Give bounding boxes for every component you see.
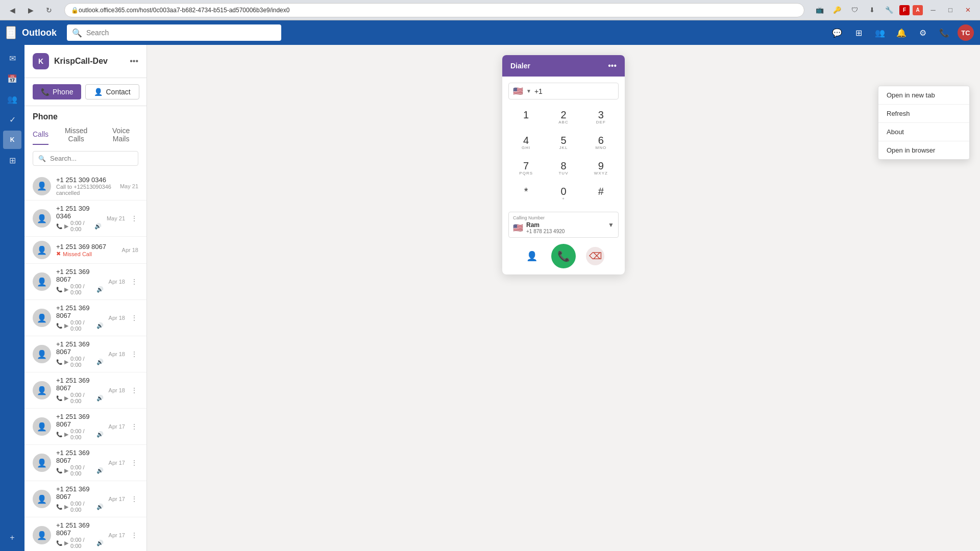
context-menu-refresh[interactable]: Refresh [878,105,969,122]
sidebar-item-mail[interactable]: ✉ [3,49,21,67]
sidebar-item-people[interactable]: 👥 [3,90,21,108]
calling-number-row[interactable]: Calling Number 🇺🇸 Ram +1 878 213 4920 ▼ [508,212,619,238]
bell-icon[interactable]: 🔔 [893,24,910,41]
call-item[interactable]: 👤 +1 251 309 0346 Call to +12513090346 c… [24,172,146,201]
chat-icon[interactable]: 💬 [829,24,845,41]
call-item[interactable]: 👤 +1 251 369 8067 📞 ▶ 0:00 / 0:00 🔊 Apr … [24,481,146,517]
volume-icon[interactable]: 🔊 [96,395,104,402]
numpad-key-6[interactable]: 6 MNO [583,131,619,155]
app-more-button[interactable]: ••• [130,57,138,66]
search-input[interactable] [86,29,276,37]
numpad-key-star[interactable]: * [508,182,544,206]
volume-icon[interactable]: 🔊 [96,540,104,546]
play-button[interactable]: ▶ [64,322,68,329]
app-grid-button[interactable]: ⊞ [6,26,16,39]
sidebar-item-apps[interactable]: ⊞ [3,151,21,169]
play-button[interactable]: ▶ [64,395,68,402]
more-options-button[interactable]: ⋮ [130,214,138,223]
sidebar-item-calendar[interactable]: 📅 [3,69,21,88]
play-button[interactable]: ▶ [64,431,68,438]
more-options-button[interactable]: ⋮ [130,494,138,504]
volume-icon[interactable]: 🔊 [94,223,102,230]
avatar: 👤 [33,209,51,228]
numpad-key-2[interactable]: 2 ABC [546,106,581,129]
tab-missed-calls[interactable]: Missed Calls [57,127,95,145]
more-options-button[interactable]: ⋮ [130,422,138,431]
sidebar-item-more[interactable]: + [3,529,21,547]
numpad-key-4[interactable]: 4 GHI [508,131,544,155]
volume-icon[interactable]: 🔊 [96,359,104,365]
call-item[interactable]: 👤 +1 251 369 8067 📞 ▶ 0:00 / 0:00 🔊 Apr … [24,336,146,372]
forward-button[interactable]: ▶ [23,3,38,17]
minimize-button[interactable]: ─ [926,3,940,17]
play-button[interactable]: ▶ [64,286,68,293]
numpad-key-1[interactable]: 1 [508,106,544,129]
more-options-button[interactable]: ⋮ [130,386,138,395]
extension-icon[interactable]: 🔧 [882,3,896,17]
play-button[interactable]: ▶ [64,223,68,230]
maximize-button[interactable]: □ [943,3,958,17]
call-search-box[interactable]: 🔍 [33,151,138,166]
security-icon[interactable]: 🛡 [847,3,862,17]
call-item[interactable]: 👤 +1 251 369 8067 📞 ▶ 0:00 / 0:00 🔊 Apr … [24,445,146,481]
country-selector[interactable]: 🇺🇸 ▼ +1 [508,83,619,99]
call-item[interactable]: 👤 +1 251 309 0346 📞 ▶ 0:00 / 0:00 🔊 May … [24,201,146,237]
add-contact-button[interactable]: 👤 [523,247,541,265]
backspace-button[interactable]: ⌫ [586,247,604,265]
play-button[interactable]: ▶ [64,359,68,365]
apps-icon[interactable]: ⊞ [850,24,867,41]
volume-icon[interactable]: 🔊 [96,431,104,438]
volume-icon[interactable]: 🔊 [96,504,104,510]
reload-button[interactable]: ↻ [42,3,56,17]
more-options-button[interactable]: ⋮ [130,349,138,359]
duration: 0:00 / 0:00 [70,220,92,232]
volume-icon[interactable]: 🔊 [96,467,104,474]
call-button[interactable]: 📞 [551,244,576,268]
numpad-key-hash[interactable]: # [583,182,619,206]
numpad-key-3[interactable]: 3 DEF [583,106,619,129]
numpad-key-8[interactable]: 8 TUV [546,157,581,180]
sidebar-item-tasks[interactable]: ✓ [3,110,21,129]
numpad-key-9[interactable]: 9 WXYZ [583,157,619,180]
phone-icon[interactable]: 📞 [936,24,952,41]
play-button[interactable]: ▶ [64,467,68,474]
call-item[interactable]: 👤 +1 251 369 8067 📞 ▶ 0:00 / 0:00 🔊 Apr … [24,517,146,551]
call-item[interactable]: 👤 +1 251 369 8067 📞 ▶ 0:00 / 0:00 🔊 Apr … [24,264,146,300]
volume-icon[interactable]: 🔊 [96,286,104,293]
tab-calls[interactable]: Calls [33,127,48,145]
context-menu-open-browser[interactable]: Open in browser [878,141,969,159]
address-bar[interactable]: 🔒 outlook.office365.com/host/0c003aa7-b6… [64,3,804,17]
more-options-button[interactable]: ⋮ [130,531,138,540]
context-menu-about[interactable]: About [878,123,969,141]
people-icon[interactable]: 👥 [872,24,888,41]
call-item[interactable]: 👤 +1 251 369 8067 📞 ▶ 0:00 / 0:00 🔊 Apr … [24,409,146,445]
numpad-key-0[interactable]: 0 + [546,182,581,206]
call-search-input[interactable] [50,155,136,162]
call-info: +1 251 309 0346 Call to +12513090346 can… [56,176,115,196]
header-search-box[interactable]: 🔍 [67,24,281,41]
phone-button[interactable]: 📞 Phone [33,84,81,99]
volume-icon[interactable]: 🔊 [96,322,104,329]
screen-share-icon[interactable]: 📺 [813,3,827,17]
back-button[interactable]: ◀ [5,3,19,17]
call-item[interactable]: 👤 +1 251 369 8067 ✖ Missed Call Apr 18 [24,237,146,264]
dialer-menu-button[interactable]: ••• [608,61,617,70]
call-item[interactable]: 👤 +1 251 369 8067 📞 ▶ 0:00 / 0:00 🔊 Apr … [24,372,146,409]
contact-button[interactable]: 👤 Contact [85,84,139,99]
play-button[interactable]: ▶ [64,540,68,546]
settings-icon[interactable]: ⚙ [915,24,931,41]
more-options-button[interactable]: ⋮ [130,313,138,322]
numpad-key-5[interactable]: 5 JKL [546,131,581,155]
user-avatar[interactable]: TC [958,24,974,41]
close-button[interactable]: ✕ [961,3,975,17]
play-button[interactable]: ▶ [64,504,68,510]
password-icon[interactable]: 🔑 [830,3,844,17]
more-options-button[interactable]: ⋮ [130,458,138,467]
numpad-key-7[interactable]: 7 PQRS [508,157,544,180]
call-item[interactable]: 👤 +1 251 369 8067 📞 ▶ 0:00 / 0:00 🔊 Apr … [24,300,146,336]
sidebar-item-krisp[interactable]: K [3,131,21,149]
download-icon[interactable]: ⬇ [865,3,879,17]
tab-voice-mails[interactable]: Voice Mails [104,127,138,145]
more-options-button[interactable]: ⋮ [130,277,138,286]
context-menu-open-new-tab[interactable]: Open in new tab [878,86,969,104]
